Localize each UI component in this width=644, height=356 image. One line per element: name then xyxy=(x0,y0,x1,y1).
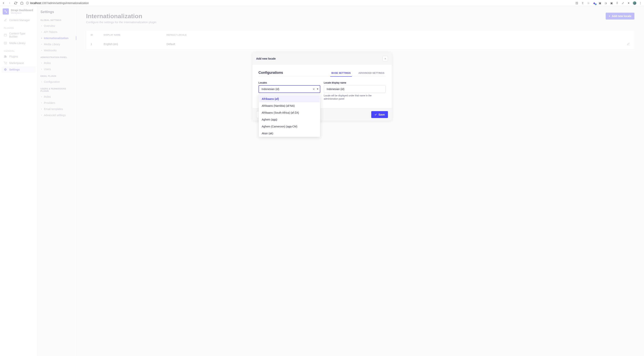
dropdown-item[interactable]: Afrikaans (af) xyxy=(259,96,320,102)
site-info-icon[interactable]: i xyxy=(26,2,29,4)
browser-chrome: i localhost:1337/admin/settings/internat… xyxy=(0,0,644,6)
nav-forward-icon[interactable] xyxy=(8,2,11,4)
url-bar[interactable]: i localhost:1337/admin/settings/internat… xyxy=(26,2,573,4)
display-name-label: Locale display name xyxy=(324,82,386,84)
dropdown-item[interactable]: Afrikaans (South Africa) (af-ZA) xyxy=(259,109,320,116)
dropdown-item[interactable]: Aghem (Cameroon) (agq-CM) xyxy=(259,123,320,130)
tab-base-settings[interactable]: BASE SETTINGS xyxy=(330,70,352,77)
display-name-hint: Locale will be displayed under that name… xyxy=(324,94,386,100)
url-path: 1337/admin/settings/internationalization xyxy=(42,2,89,4)
locales-label: Locales xyxy=(258,82,320,84)
chrome-menu-icon[interactable]: ⋮ xyxy=(639,2,642,4)
tab-advanced-settings[interactable]: ADVANCED SETTINGS xyxy=(357,70,386,77)
url-host: localhost: xyxy=(30,2,42,4)
chevron-down-icon[interactable] xyxy=(317,89,318,90)
clear-selection-icon[interactable]: ✕ xyxy=(312,87,315,91)
close-icon xyxy=(384,58,386,60)
bookmark-star-icon[interactable]: ☆ xyxy=(587,2,590,4)
dropdown-item[interactable]: Akan (ak) xyxy=(259,130,320,137)
share-icon[interactable]: ⇧ xyxy=(581,2,584,4)
locales-dropdown: Afrikaans (af) Afrikaans (Namibia) (af-N… xyxy=(258,95,320,137)
nav-back-icon[interactable] xyxy=(2,2,5,4)
display-name-input[interactable] xyxy=(324,85,386,93)
modal-title: Add new locale xyxy=(256,57,276,60)
home-icon[interactable] xyxy=(20,2,24,4)
locales-select[interactable] xyxy=(258,85,320,93)
camera-icon[interactable]: ▣ xyxy=(610,2,613,4)
dropdown-item[interactable]: Akan (Ghana) (ak-GH) xyxy=(259,137,320,137)
key-icon[interactable]: ⚿ xyxy=(576,2,578,4)
dropdown-item[interactable]: Aghem (agq) xyxy=(259,116,320,123)
extension-circle-icon[interactable]: ◑ xyxy=(604,2,607,4)
save-button[interactable]: Save xyxy=(371,111,388,118)
check-icon xyxy=(374,113,377,116)
config-title: Configurations xyxy=(258,71,283,76)
extension-dots-icon[interactable]: ⠿ xyxy=(616,2,619,4)
dropdown-item[interactable]: Afrikaans (Namibia) (af-NA) xyxy=(259,102,320,109)
modal-overlay[interactable]: Add new locale Configurations BASE SETTI… xyxy=(0,6,644,356)
modal-close-button[interactable] xyxy=(382,56,388,61)
extension-frame-icon[interactable]: ▣ xyxy=(598,2,602,4)
extensions-puzzle-icon[interactable]: ✦ xyxy=(627,2,630,4)
add-locale-modal: Add new locale Configurations BASE SETTI… xyxy=(252,52,392,121)
reload-icon[interactable] xyxy=(14,2,17,4)
profile-avatar[interactable] xyxy=(633,1,636,5)
extension-crop-icon[interactable]: ⤢ xyxy=(622,2,624,4)
extension-purple-icon[interactable]: ◆6 xyxy=(593,2,596,4)
